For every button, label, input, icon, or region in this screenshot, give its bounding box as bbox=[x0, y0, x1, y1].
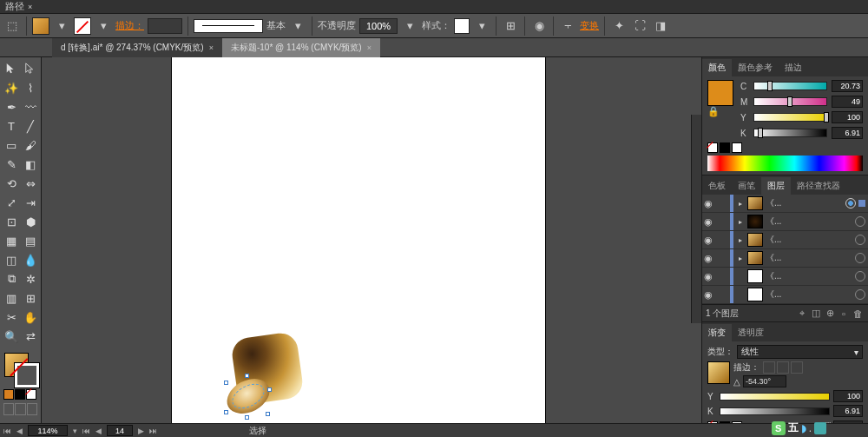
nav-last-artboard-icon[interactable]: ⏭ bbox=[149, 427, 157, 435]
layer-row[interactable]: ◉ ▸ 《... bbox=[702, 249, 868, 268]
eraser-tool[interactable]: ◧ bbox=[21, 155, 40, 174]
column-graph-tool[interactable]: ▥ bbox=[2, 288, 21, 308]
nav-prev-icon[interactable]: ◀ bbox=[16, 427, 23, 435]
c-input[interactable] bbox=[832, 80, 863, 92]
style-dropdown-icon[interactable]: ▾ bbox=[473, 17, 490, 35]
pencil-tool[interactable]: ✎ bbox=[2, 155, 21, 174]
visibility-icon[interactable]: ◉ bbox=[702, 235, 714, 246]
curvature-tool[interactable]: 〰 bbox=[21, 97, 40, 116]
target-icon[interactable] bbox=[855, 271, 865, 281]
magic-wand-tool[interactable]: ✨ bbox=[2, 78, 21, 97]
rectangle-tool[interactable]: ▭ bbox=[2, 136, 21, 155]
delete-icon[interactable]: 🗑 bbox=[851, 308, 865, 319]
sel-handle[interactable] bbox=[224, 410, 228, 414]
visibility-icon[interactable]: ◉ bbox=[702, 216, 714, 228]
color-preview-swatch[interactable] bbox=[707, 80, 733, 106]
scale-tool[interactable]: ⤢ bbox=[2, 193, 21, 212]
eyedropper-tool[interactable]: 💧 bbox=[21, 250, 40, 269]
symbol-sprayer-tool[interactable]: ✲ bbox=[21, 269, 40, 288]
grad-k-input[interactable] bbox=[833, 405, 863, 417]
grad-y-input[interactable] bbox=[833, 390, 863, 402]
white-swatch[interactable] bbox=[732, 142, 742, 153]
target-icon[interactable] bbox=[855, 235, 865, 245]
locate-object-icon[interactable]: ⌖ bbox=[795, 308, 809, 319]
y-slider[interactable] bbox=[753, 113, 827, 122]
panel-dock-strip[interactable] bbox=[691, 115, 701, 323]
black-swatch[interactable] bbox=[720, 142, 730, 153]
stroke-swatch[interactable] bbox=[74, 17, 91, 35]
perspective-tool[interactable]: ▦ bbox=[2, 231, 21, 250]
stroke-style-dropdown-icon[interactable]: ▾ bbox=[289, 17, 306, 35]
close-icon[interactable]: × bbox=[209, 43, 214, 52]
sel-handle[interactable] bbox=[267, 387, 272, 392]
tab-color-guide[interactable]: 颜色参考 bbox=[732, 59, 779, 76]
stroke-profile[interactable] bbox=[194, 19, 263, 33]
tab-color[interactable]: 颜色 bbox=[702, 59, 732, 76]
crop-icon[interactable]: ⛶ bbox=[631, 17, 648, 35]
transform-label[interactable]: 变换 bbox=[580, 19, 599, 32]
visibility-icon[interactable]: ◉ bbox=[702, 271, 714, 282]
disclosure-icon[interactable]: ▸ bbox=[736, 236, 745, 244]
opacity-dropdown-icon[interactable]: ▾ bbox=[401, 17, 418, 35]
layer-row[interactable]: ◉ ▸ 《... bbox=[702, 195, 868, 213]
k-slider[interactable] bbox=[753, 129, 827, 137]
m-slider[interactable] bbox=[753, 97, 827, 106]
target-icon[interactable] bbox=[845, 198, 856, 209]
arrange-icon[interactable]: ◨ bbox=[652, 17, 669, 35]
k-input[interactable] bbox=[832, 127, 863, 139]
spectrum-strip[interactable] bbox=[707, 156, 863, 171]
stroke-label[interactable]: 描边： bbox=[115, 19, 144, 32]
target-icon[interactable] bbox=[855, 216, 865, 227]
sel-handle[interactable] bbox=[266, 412, 270, 416]
target-icon[interactable] bbox=[855, 289, 865, 300]
none-swatch[interactable] bbox=[707, 142, 718, 153]
grad-stroke-along[interactable] bbox=[777, 361, 789, 374]
draw-normal[interactable] bbox=[3, 403, 14, 415]
c-slider[interactable] bbox=[753, 82, 827, 90]
grad-k-slider[interactable] bbox=[720, 407, 830, 415]
rotate-tool[interactable]: ⟲ bbox=[2, 174, 21, 193]
nav-first-artboard-icon[interactable]: ⏮ bbox=[82, 427, 90, 435]
grad-angle-input[interactable] bbox=[743, 375, 786, 387]
stroke-indicator[interactable] bbox=[15, 363, 39, 387]
none-mode-swatch[interactable] bbox=[26, 389, 36, 400]
artboard-tool[interactable]: ⊞ bbox=[21, 288, 40, 308]
lock-icon[interactable]: 🔒 bbox=[707, 106, 718, 118]
jar-artwork[interactable] bbox=[226, 335, 300, 414]
width-tool[interactable]: ⇥ bbox=[21, 193, 40, 212]
artboard-input[interactable] bbox=[107, 425, 133, 436]
selection-tool[interactable] bbox=[2, 59, 21, 78]
canvas-area[interactable] bbox=[42, 57, 701, 423]
free-transform-tool[interactable]: ⊡ bbox=[2, 212, 21, 231]
layer-row[interactable]: ◉ 《... bbox=[702, 268, 868, 286]
pen-tool[interactable]: ✒ bbox=[2, 97, 21, 116]
style-swatch[interactable] bbox=[454, 18, 470, 34]
line-tool[interactable]: ╱ bbox=[21, 116, 40, 136]
reflect-tool[interactable]: ⇔ bbox=[21, 174, 40, 193]
layer-row[interactable]: ◉ 《... bbox=[702, 286, 868, 304]
tab-swatches[interactable]: 色板 bbox=[702, 177, 732, 195]
recolor-icon[interactable]: ◉ bbox=[530, 17, 548, 35]
target-icon[interactable] bbox=[855, 253, 865, 263]
toggle-fill-stroke[interactable]: ⇄ bbox=[21, 327, 40, 346]
opacity-input[interactable] bbox=[359, 18, 398, 34]
hand-tool[interactable]: ✋ bbox=[21, 308, 40, 327]
slice-tool[interactable]: ✂ bbox=[2, 308, 21, 327]
gradient-preview[interactable] bbox=[707, 361, 730, 384]
new-layer-icon[interactable]: ▫ bbox=[837, 308, 851, 319]
isolate-icon[interactable]: ✦ bbox=[610, 17, 628, 35]
zoom-input[interactable] bbox=[28, 425, 68, 436]
m-input[interactable] bbox=[832, 96, 863, 108]
grad-type-select[interactable]: 线性▾ bbox=[737, 345, 863, 359]
direct-selection-tool[interactable] bbox=[21, 59, 40, 78]
disclosure-icon[interactable]: ▸ bbox=[736, 255, 745, 262]
gradient-mode-swatch[interactable] bbox=[15, 389, 25, 400]
blend-tool[interactable]: ⧉ bbox=[2, 269, 21, 288]
tab-transparency[interactable]: 透明度 bbox=[732, 324, 770, 341]
layer-row[interactable]: ◉ ▸ 《... bbox=[702, 213, 868, 231]
tab-gradient[interactable]: 渐变 bbox=[702, 324, 732, 341]
disclosure-icon[interactable]: ▸ bbox=[736, 218, 745, 226]
tab-layers[interactable]: 图层 bbox=[761, 177, 791, 195]
fill-stroke-indicator[interactable] bbox=[2, 351, 39, 387]
path-close-icon[interactable]: × bbox=[28, 3, 32, 11]
